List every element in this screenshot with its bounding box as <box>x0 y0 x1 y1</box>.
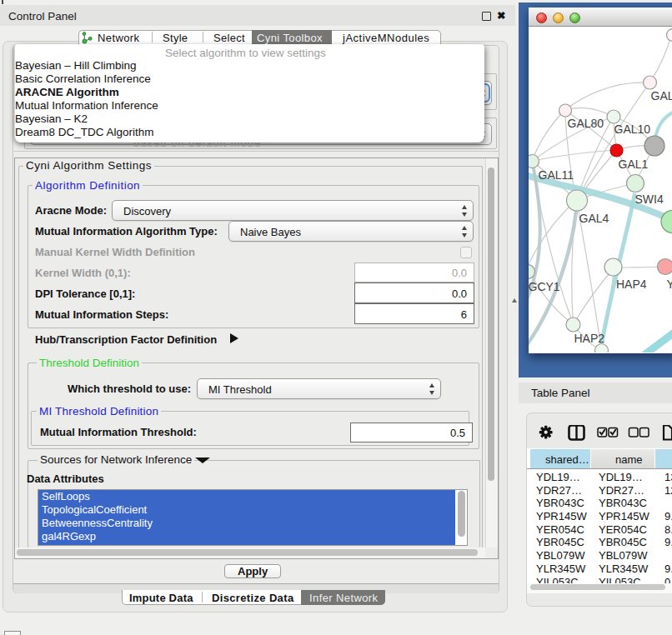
svg-text:GAL: GAL <box>651 89 672 102</box>
svg-text:Y: Y <box>667 278 672 291</box>
svg-text:HAP4: HAP4 <box>616 278 647 291</box>
svg-text:GAL4: GAL4 <box>579 212 609 225</box>
svg-text:GAL1: GAL1 <box>619 158 649 171</box>
svg-text:SWI4: SWI4 <box>635 192 664 206</box>
svg-text:GAL80: GAL80 <box>568 117 604 130</box>
svg-text:GCY1: GCY1 <box>529 280 560 293</box>
svg-text:HAP2: HAP2 <box>574 332 605 345</box>
svg-text:GAL11: GAL11 <box>539 168 574 182</box>
svg-text:GAL10: GAL10 <box>614 122 651 136</box>
